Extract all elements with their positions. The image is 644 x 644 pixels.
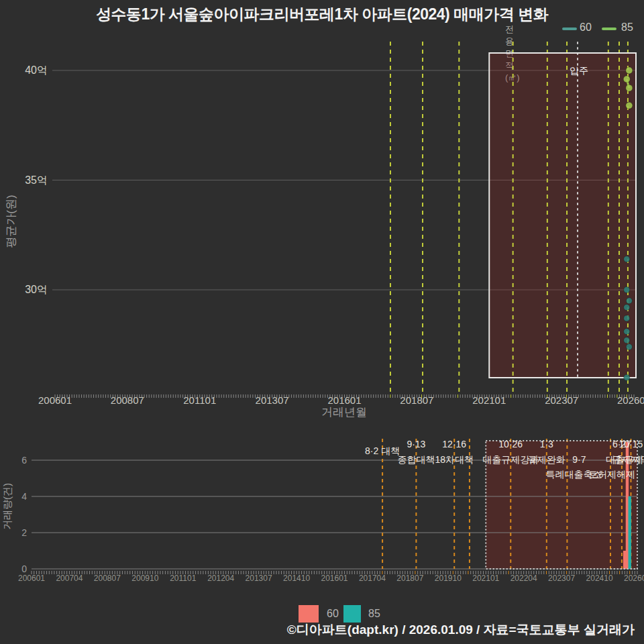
x-tick-label-volume: 201101 — [170, 574, 196, 583]
legend-swatch-60[interactable] — [299, 605, 319, 623]
x-tick-label-volume: 202204 — [511, 574, 537, 583]
highlight-region — [489, 53, 636, 378]
data-point-85[interactable] — [623, 76, 630, 83]
y-tick-label: 40억 — [25, 64, 48, 76]
data-point-60[interactable] — [624, 305, 630, 311]
policy-label: 9·13 — [407, 439, 425, 449]
chart-canvas: 성수동1가 서울숲아이파크리버포레1차 아파트(2024) 매매가격 변화 전용… — [0, 0, 644, 644]
data-point-60[interactable] — [624, 374, 630, 380]
y-axis-title-volume: 거래량(건) — [1, 483, 13, 530]
policy-label: 10·15 — [619, 439, 643, 449]
x-tick-label-volume: 201204 — [207, 574, 234, 583]
legend-label-85-bottom[interactable]: 85 — [368, 608, 380, 620]
data-point-60[interactable] — [626, 344, 632, 350]
data-point-60[interactable] — [624, 256, 630, 262]
x-tick-label-volume: 200807 — [94, 574, 121, 583]
legend-swatch-85[interactable] — [343, 605, 361, 623]
x-tick-label: 202307 — [545, 394, 578, 406]
x-tick-label-volume: 201307 — [246, 574, 272, 583]
y-axis-title: 평균가(원) — [5, 195, 17, 248]
x-tick-label-volume: 202307 — [548, 574, 575, 583]
y-tick-label-volume: 0 — [21, 564, 27, 574]
footer-credit: ©디아파트(dapt.kr) / 2026.01.09 / 자료=국토교통부 실… — [287, 621, 635, 639]
policy-label: 12·16 — [442, 439, 466, 449]
x-tick-label-volume: 201601 — [321, 574, 347, 583]
x-tick-label: 201807 — [400, 394, 433, 406]
x-axis-title: 거래년월 — [321, 406, 367, 419]
y-tick-label-volume: 4 — [21, 491, 27, 502]
data-point-60[interactable] — [624, 287, 630, 293]
x-tick-label: 201101 — [183, 394, 216, 406]
volume-bar-85[interactable] — [629, 496, 631, 569]
policy-label: 10·26 — [498, 439, 523, 449]
movein-label: 입주 — [570, 65, 588, 76]
y-tick-label-volume: 6 — [21, 455, 27, 466]
x-tick-label-volume: 200601 — [18, 574, 45, 583]
y-tick-label-volume: 2 — [21, 527, 27, 538]
x-tick-label-volume: 201410 — [283, 574, 310, 583]
x-tick-label-volume: 202410 — [586, 574, 613, 583]
policy-label: 종합대책 — [397, 454, 435, 465]
legend-label-60-bottom[interactable]: 60 — [327, 608, 339, 620]
y-tick-label: 35억 — [25, 174, 48, 186]
x-tick-label: 202101 — [472, 394, 506, 406]
policy-label: 1·3 — [540, 439, 553, 449]
x-tick-label-volume: 200704 — [56, 574, 83, 583]
policy-label: 토허제해제 — [588, 469, 635, 480]
data-point-60[interactable] — [626, 298, 632, 304]
x-tick-label: 201601 — [327, 394, 361, 406]
policy-label: 8·2 대책 — [365, 445, 400, 456]
data-point-60[interactable] — [624, 337, 630, 343]
x-tick-label-volume: 200910 — [131, 574, 158, 583]
x-tick-label: 201307 — [256, 394, 289, 406]
policy-label: 9·7 — [572, 454, 586, 465]
policy-label: 18차대책 — [435, 454, 474, 465]
x-tick-label-volume: 201704 — [359, 574, 386, 583]
data-point-85[interactable] — [626, 67, 633, 74]
data-point-85[interactable] — [626, 102, 633, 109]
policy-label: 규제지역 — [612, 454, 644, 465]
policy-label: 규제완화 — [528, 454, 566, 465]
x-tick-label-volume: 201910 — [435, 574, 462, 583]
x-tick-label-volume: 202601 — [624, 574, 644, 583]
chart-svg: 40억35억30억2006012008072011012013072016012… — [0, 0, 644, 644]
data-point-60[interactable] — [624, 329, 630, 335]
x-tick-label-volume: 201807 — [396, 574, 423, 583]
x-tick-label-volume: 202101 — [472, 574, 499, 583]
y-tick-label: 30억 — [25, 284, 48, 295]
data-point-85[interactable] — [626, 85, 633, 91]
x-tick-label: 202601 — [617, 394, 644, 406]
data-point-60[interactable] — [624, 315, 630, 321]
x-tick-label: 200601 — [38, 394, 72, 406]
x-tick-label: 200807 — [111, 394, 144, 406]
volume-bar-60[interactable] — [623, 551, 626, 569]
